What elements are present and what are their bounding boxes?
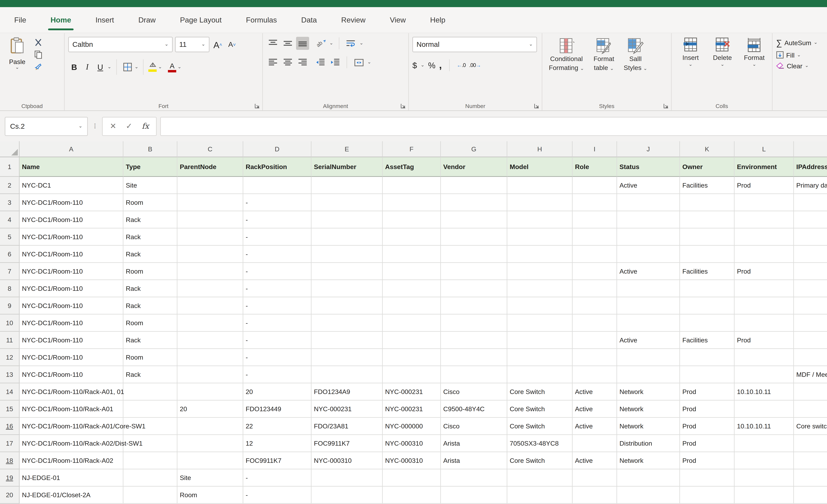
- cell-E14[interactable]: FDO1234A9: [311, 383, 383, 400]
- cell-D17[interactable]: 12: [243, 435, 311, 452]
- cell-I18[interactable]: Active: [573, 452, 617, 469]
- align-center-icon[interactable]: [281, 56, 294, 69]
- cell-F17[interactable]: NYC-000310: [383, 435, 441, 452]
- cell-E19[interactable]: [311, 469, 383, 487]
- cell-F20[interactable]: [383, 487, 441, 504]
- sort-filter-button[interactable]: A Sert & Piler ⌄: [825, 37, 827, 71]
- row-number-19[interactable]: 19: [0, 469, 19, 487]
- cell-D11[interactable]: -: [243, 332, 311, 349]
- cell-L16[interactable]: 10.10.10.11: [735, 418, 794, 435]
- comma-style-button[interactable]: ,: [439, 59, 442, 71]
- cell-L10[interactable]: [735, 314, 794, 332]
- cell-H3[interactable]: [507, 194, 573, 211]
- align-top-icon[interactable]: [266, 37, 280, 50]
- cell-G6[interactable]: [441, 246, 507, 263]
- styles-dialog-launcher-icon[interactable]: [664, 103, 669, 108]
- format-painter-icon[interactable]: [35, 63, 42, 70]
- cell-A1[interactable]: Name: [19, 157, 124, 177]
- borders-icon[interactable]: [121, 60, 133, 73]
- cell-M17[interactable]: [794, 435, 827, 452]
- fill-color-chevron[interactable]: ⌄: [158, 65, 162, 69]
- cell-A20[interactable]: NJ-EDGE-01/Closet-2A: [19, 487, 124, 504]
- cell-F6[interactable]: [383, 246, 441, 263]
- cell-B15[interactable]: [124, 400, 177, 418]
- cell-I14[interactable]: Active: [573, 383, 617, 400]
- cell-C6[interactable]: [178, 246, 243, 263]
- cell-L18[interactable]: [735, 452, 794, 469]
- cell-M18[interactable]: [794, 452, 827, 469]
- cell-E8[interactable]: [311, 280, 383, 297]
- row-number-15[interactable]: 15: [0, 400, 19, 418]
- paste-button[interactable]: Pasle ⌄: [4, 37, 31, 70]
- cell-J15[interactable]: Network: [617, 400, 680, 418]
- cell-A15[interactable]: NYC-DC1/Room-110/Rack-A01: [19, 400, 124, 418]
- cell-J17[interactable]: Distribution: [617, 435, 680, 452]
- cell-M15[interactable]: [794, 400, 827, 418]
- cell-F7[interactable]: [383, 263, 441, 280]
- cell-H8[interactable]: [507, 280, 573, 297]
- row-number-13[interactable]: 13: [0, 366, 19, 383]
- column-header-M[interactable]: M: [794, 141, 827, 157]
- cell-G20[interactable]: [441, 487, 507, 504]
- cancel-icon[interactable]: ✕: [110, 121, 116, 131]
- tab-insert[interactable]: Insert: [94, 12, 115, 28]
- cell-E13[interactable]: [311, 366, 383, 383]
- cell-C13[interactable]: [178, 366, 243, 383]
- increase-decimal-icon[interactable]: ←.0: [457, 62, 466, 68]
- cell-F14[interactable]: NYC-000231: [383, 383, 441, 400]
- align-right-icon[interactable]: [296, 56, 309, 69]
- cell-L2[interactable]: Prod: [735, 177, 794, 194]
- cell-L4[interactable]: [735, 211, 794, 229]
- cell-H17[interactable]: 7050SX3-48YC8: [507, 435, 573, 452]
- cell-K17[interactable]: Prod: [680, 435, 735, 452]
- cell-K11[interactable]: Facilities: [680, 332, 735, 349]
- cell-D18[interactable]: FOC9911K7: [243, 452, 311, 469]
- cell-D10[interactable]: -: [243, 314, 311, 332]
- cell-E3[interactable]: [311, 194, 383, 211]
- row-number-7[interactable]: 7: [0, 263, 19, 280]
- column-header-A[interactable]: A: [19, 141, 124, 157]
- cell-K15[interactable]: Prod: [680, 400, 735, 418]
- tab-home[interactable]: Home: [49, 12, 72, 28]
- cell-D14[interactable]: 20: [243, 383, 311, 400]
- increase-indent-icon[interactable]: [328, 56, 341, 69]
- name-box[interactable]: Cs.2 ⌄: [5, 117, 88, 136]
- cell-J13[interactable]: [617, 366, 680, 383]
- cell-G3[interactable]: [441, 194, 507, 211]
- cell-B5[interactable]: Rack: [124, 229, 177, 246]
- percent-style-button[interactable]: %: [428, 60, 436, 70]
- cell-D13[interactable]: -: [243, 366, 311, 383]
- tab-page-layout[interactable]: Page Layout: [179, 12, 223, 28]
- cell-F10[interactable]: [383, 314, 441, 332]
- cell-M19[interactable]: [794, 469, 827, 487]
- column-header-I[interactable]: I: [573, 141, 617, 157]
- row-number-18[interactable]: 18: [0, 452, 19, 469]
- cell-L7[interactable]: Prod: [735, 263, 794, 280]
- merge-center-chevron[interactable]: ⌄: [368, 60, 371, 65]
- cell-L20[interactable]: [735, 487, 794, 504]
- cell-B7[interactable]: Room: [124, 263, 177, 280]
- cell-E17[interactable]: FOC9911K7: [311, 435, 383, 452]
- cell-M9[interactable]: [794, 297, 827, 314]
- cell-H1[interactable]: Model: [507, 157, 573, 177]
- format-as-table-button[interactable]: Format table ⌄: [590, 37, 617, 72]
- cell-E6[interactable]: [311, 246, 383, 263]
- row-number-17[interactable]: 17: [0, 435, 19, 452]
- cell-M4[interactable]: [794, 211, 827, 229]
- cell-E5[interactable]: [311, 229, 383, 246]
- cell-C11[interactable]: [178, 332, 243, 349]
- cell-G13[interactable]: [441, 366, 507, 383]
- cell-I15[interactable]: Active: [573, 400, 617, 418]
- cell-A6[interactable]: NYC-DC1/Room-110: [19, 246, 124, 263]
- cell-D12[interactable]: -: [243, 349, 311, 366]
- cell-I6[interactable]: [573, 246, 617, 263]
- cell-H19[interactable]: [507, 469, 573, 487]
- column-header-L[interactable]: L: [735, 141, 794, 157]
- cell-J6[interactable]: [617, 246, 680, 263]
- italic-button[interactable]: I: [81, 60, 93, 73]
- cell-L9[interactable]: [735, 297, 794, 314]
- cell-E2[interactable]: [311, 177, 383, 194]
- cell-L15[interactable]: [735, 400, 794, 418]
- cell-B10[interactable]: Room: [124, 314, 177, 332]
- cell-G8[interactable]: [441, 280, 507, 297]
